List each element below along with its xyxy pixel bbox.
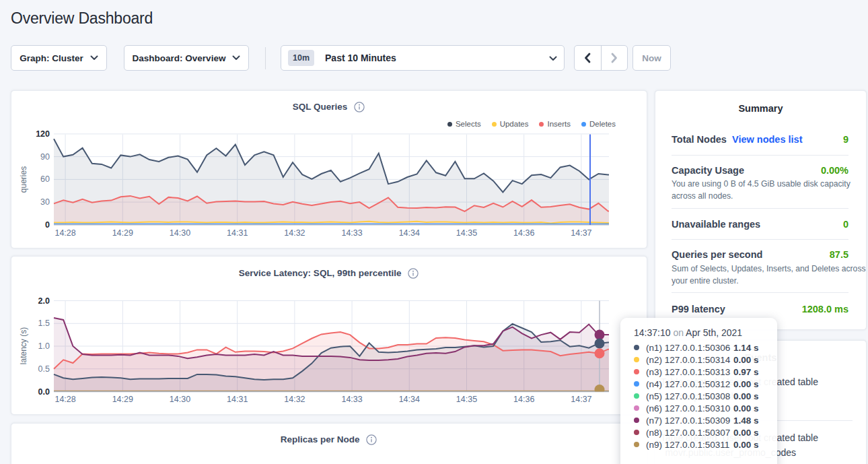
- svg-text:14:35: 14:35: [456, 394, 477, 403]
- svg-text:30: 30: [40, 197, 50, 207]
- svg-text:14:28: 14:28: [55, 228, 75, 237]
- svg-text:14:34: 14:34: [399, 394, 420, 403]
- svg-text:queries: queries: [19, 166, 28, 192]
- svg-text:1.0: 1.0: [38, 341, 50, 351]
- svg-text:14:32: 14:32: [284, 394, 305, 403]
- svg-text:14:36: 14:36: [513, 228, 534, 237]
- svg-text:14:33: 14:33: [341, 228, 362, 237]
- svg-text:14:29: 14:29: [112, 394, 133, 403]
- svg-text:14:32: 14:32: [284, 228, 305, 237]
- svg-text:14:33: 14:33: [341, 394, 362, 403]
- svg-text:14:31: 14:31: [227, 228, 248, 237]
- svg-text:14:30: 14:30: [170, 394, 190, 403]
- svg-text:14:37: 14:37: [571, 394, 591, 403]
- svg-text:0: 0: [45, 220, 50, 229]
- svg-text:14:37: 14:37: [571, 228, 591, 237]
- svg-text:0.5: 0.5: [38, 364, 50, 373]
- svg-text:60: 60: [40, 174, 50, 184]
- svg-text:14:34: 14:34: [399, 228, 420, 237]
- svg-text:14:35: 14:35: [456, 228, 477, 237]
- svg-text:90: 90: [40, 152, 50, 161]
- svg-text:14:28: 14:28: [55, 394, 75, 403]
- svg-text:1.5: 1.5: [38, 319, 50, 328]
- svg-text:14:31: 14:31: [227, 394, 248, 403]
- svg-text:14:30: 14:30: [170, 228, 190, 237]
- svg-text:latency (s): latency (s): [19, 327, 28, 364]
- svg-text:14:36: 14:36: [513, 394, 534, 403]
- svg-text:0.0: 0.0: [38, 387, 50, 396]
- svg-text:14:29: 14:29: [112, 228, 133, 237]
- svg-text:2.0: 2.0: [38, 296, 50, 305]
- svg-text:120: 120: [36, 129, 50, 138]
